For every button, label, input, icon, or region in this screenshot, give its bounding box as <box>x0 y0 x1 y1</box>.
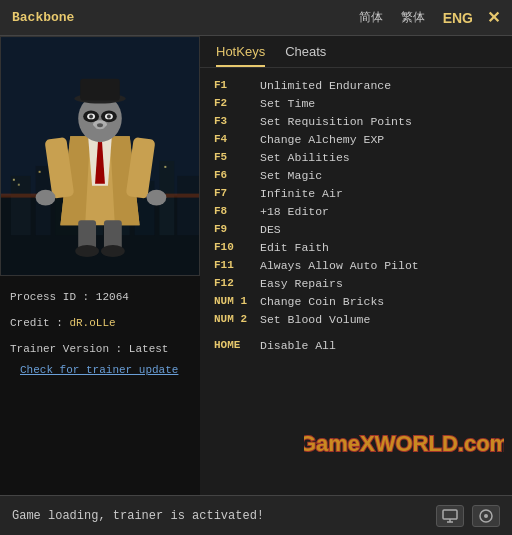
hotkey-key: F1 <box>214 79 260 91</box>
hotkey-label: Set Abilities <box>260 151 350 164</box>
main-container: BACKBONE <box>0 36 512 495</box>
hotkey-row: F2Set Time <box>214 94 498 112</box>
title-bar: Backbone 简体 繁体 ENG ✕ <box>0 0 512 36</box>
hotkey-key: F7 <box>214 187 260 199</box>
hotkey-label: Easy Repairs <box>260 277 343 290</box>
monitor-icon[interactable] <box>436 505 464 527</box>
hotkeys-list: F1Unlimited EnduranceF2Set TimeF3Set Req… <box>200 68 512 495</box>
hotkey-key: F11 <box>214 259 260 271</box>
svg-point-29 <box>89 114 93 118</box>
svg-rect-10 <box>13 179 15 181</box>
svg-rect-2 <box>11 176 31 235</box>
hotkey-key: HOME <box>214 339 260 351</box>
hotkey-label: Edit Faith <box>260 241 329 254</box>
lang-english[interactable]: ENG <box>439 8 477 28</box>
hotkey-row: F6Set Magic <box>214 166 498 184</box>
credit-name: dR.oLLe <box>69 317 115 329</box>
hotkey-key: NUM 2 <box>214 313 260 325</box>
process-id-value: 12064 <box>96 291 129 303</box>
svg-rect-24 <box>80 79 120 101</box>
game-cover-image: BACKBONE <box>0 36 200 276</box>
hotkey-label: Change Alchemy EXP <box>260 133 384 146</box>
language-controls: 简体 繁体 ENG ✕ <box>355 7 500 28</box>
svg-point-36 <box>36 190 56 206</box>
close-button[interactable]: ✕ <box>487 8 500 27</box>
svg-point-47 <box>484 514 488 518</box>
svg-point-40 <box>75 245 99 257</box>
credit-row: Credit : dR.oLLe <box>10 314 190 334</box>
process-id-label: Process ID : <box>10 291 96 303</box>
svg-point-30 <box>107 114 111 118</box>
hotkey-row: F7Infinite Air <box>214 184 498 202</box>
hotkey-row: F10Edit Faith <box>214 238 498 256</box>
hotkey-divider <box>214 328 498 336</box>
lang-simplified[interactable]: 简体 <box>355 7 387 28</box>
hotkey-label: +18 Editor <box>260 205 329 218</box>
credit-label: Credit : <box>10 317 69 329</box>
hotkey-row: F9DES <box>214 220 498 238</box>
music-icon[interactable] <box>472 505 500 527</box>
hotkey-key: F6 <box>214 169 260 181</box>
hotkey-row: NUM 2Set Blood Volume <box>214 310 498 328</box>
hotkey-key: NUM 1 <box>214 295 260 307</box>
tab-cheats[interactable]: Cheats <box>285 44 326 67</box>
app-title: Backbone <box>12 10 74 25</box>
hotkey-label: Unlimited Endurance <box>260 79 391 92</box>
right-panel: HotKeys Cheats F1Unlimited EnduranceF2Se… <box>200 36 512 495</box>
hotkey-row: F4Change Alchemy EXP <box>214 130 498 148</box>
hotkey-row: HOMEDisable All <box>214 336 498 354</box>
svg-point-37 <box>147 190 167 206</box>
hotkey-key: F8 <box>214 205 260 217</box>
hotkey-key: F12 <box>214 277 260 289</box>
hotkey-label: DES <box>260 223 281 236</box>
svg-rect-12 <box>39 171 41 173</box>
process-info-panel: Process ID : 12064 Credit : dR.oLLe Trai… <box>0 276 200 393</box>
trainer-update-link[interactable]: Check for trainer update <box>10 364 178 376</box>
hotkey-label: Disable All <box>260 339 336 352</box>
hotkey-row: F12Easy Repairs <box>214 274 498 292</box>
hotkey-key: F4 <box>214 133 260 145</box>
hotkey-label: Infinite Air <box>260 187 343 200</box>
hotkey-label: Set Blood Volume <box>260 313 370 326</box>
hotkey-label: Change Coin Bricks <box>260 295 384 308</box>
left-panel: BACKBONE <box>0 36 200 495</box>
svg-rect-43 <box>443 510 457 519</box>
bottom-bar: Game loading, trainer is activated! <box>0 495 512 535</box>
bottom-icons <box>436 505 500 527</box>
svg-rect-11 <box>18 184 20 186</box>
svg-rect-9 <box>177 176 199 235</box>
hotkey-row: F11Always Allow Auto Pilot <box>214 256 498 274</box>
hotkey-row: F8+18 Editor <box>214 202 498 220</box>
lang-traditional[interactable]: 繁体 <box>397 7 429 28</box>
trainer-version-row: Trainer Version : Latest <box>10 340 190 360</box>
hotkey-key: F10 <box>214 241 260 253</box>
hotkey-row: F5Set Abilities <box>214 148 498 166</box>
trainer-version-value: Latest <box>129 343 169 355</box>
trainer-version-label: Trainer Version : <box>10 343 129 355</box>
svg-point-41 <box>101 245 125 257</box>
hotkey-key: F2 <box>214 97 260 109</box>
hotkey-key: F5 <box>214 151 260 163</box>
hotkey-key: F9 <box>214 223 260 235</box>
hotkey-label: Always Allow Auto Pilot <box>260 259 419 272</box>
hotkey-row: NUM 1Change Coin Bricks <box>214 292 498 310</box>
hotkey-key: F3 <box>214 115 260 127</box>
svg-point-33 <box>97 123 103 127</box>
process-id-row: Process ID : 12064 <box>10 288 190 308</box>
hotkey-label: Set Magic <box>260 169 322 182</box>
hotkey-row: F1Unlimited Endurance <box>214 76 498 94</box>
svg-rect-15 <box>164 166 166 168</box>
tab-hotkeys[interactable]: HotKeys <box>216 44 265 67</box>
hotkey-label: Set Time <box>260 97 315 110</box>
hotkey-label: Set Requisition Points <box>260 115 412 128</box>
status-text: Game loading, trainer is activated! <box>12 509 436 523</box>
tabs-row: HotKeys Cheats <box>200 36 512 68</box>
hotkey-row: F3Set Requisition Points <box>214 112 498 130</box>
